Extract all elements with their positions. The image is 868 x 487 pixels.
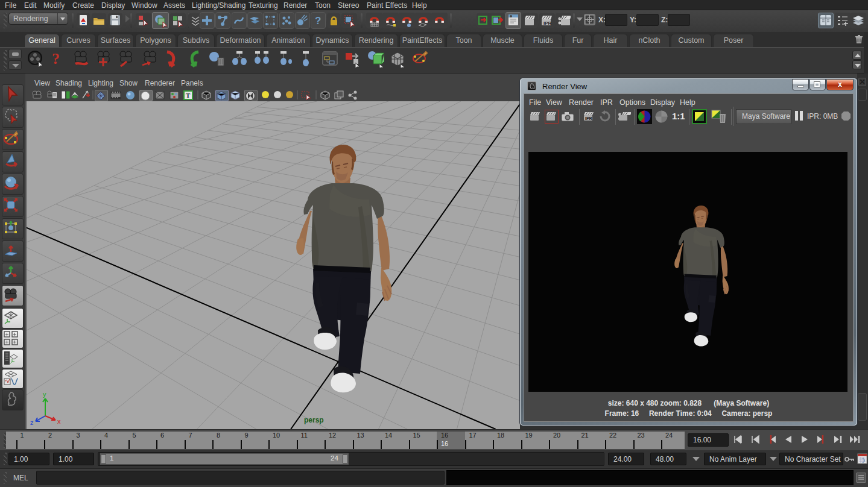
svg-text:IPR: IPR	[585, 116, 592, 121]
svg-text:T: T	[186, 92, 191, 99]
svg-text:IPR: IPR	[543, 20, 552, 26]
svg-text:y: y	[43, 391, 46, 398]
svg-text:z: z	[30, 419, 34, 426]
svg-text:?: ?	[315, 15, 321, 27]
svg-text:?: ?	[52, 50, 60, 68]
svg-text:persp: persp	[304, 416, 324, 424]
svg-text:x: x	[57, 418, 61, 425]
